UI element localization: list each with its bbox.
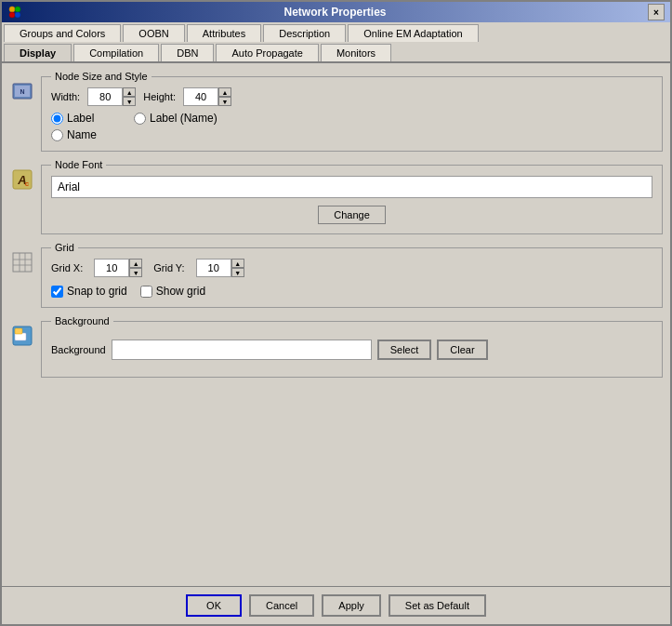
name-radio[interactable] xyxy=(51,129,63,141)
node-size-icon: N xyxy=(9,78,35,104)
left-radio-group: Label Name xyxy=(51,112,97,141)
grid-fieldset: Grid Grid X: ▲ ▼ Grid Y: ▲ xyxy=(41,242,663,308)
cancel-button[interactable]: Cancel xyxy=(249,594,314,617)
tab-description[interactable]: Description xyxy=(263,24,346,42)
gridx-down-button[interactable]: ▼ xyxy=(129,268,142,277)
background-input[interactable] xyxy=(112,340,372,360)
tab-groups-and-colors[interactable]: Groups and Colors xyxy=(4,24,121,42)
node-font-section: A c Node Font Arial Change xyxy=(9,159,663,234)
svg-point-2 xyxy=(9,12,15,18)
height-label: Height: xyxy=(143,91,176,102)
tab-monitors[interactable]: Monitors xyxy=(321,44,391,61)
name-radio-row: Name xyxy=(51,128,97,141)
label-name-radio-label: Label (Name) xyxy=(150,112,217,125)
svg-rect-10 xyxy=(13,253,32,272)
tabs-row-2: Display Compilation DBN Auto Propagate M… xyxy=(2,42,670,63)
node-font-legend: Node Font xyxy=(51,159,106,170)
node-size-fieldset: Node Size and Style Width: ▲ ▼ Height: xyxy=(41,71,663,152)
background-section: Background Background Select Clear xyxy=(9,315,663,378)
gridy-spinners: ▲ ▼ xyxy=(231,259,244,277)
gridx-input-group: ▲ ▼ xyxy=(94,259,142,277)
height-up-button[interactable]: ▲ xyxy=(218,87,231,97)
tab-display[interactable]: Display xyxy=(4,44,72,61)
height-down-button[interactable]: ▼ xyxy=(218,97,231,106)
radio-groups: Label Name Label (Name) xyxy=(51,112,652,141)
svg-point-1 xyxy=(15,7,20,12)
grid-xy-row: Grid X: ▲ ▼ Grid Y: ▲ ▼ xyxy=(51,259,652,277)
tab-online-em-adaptation[interactable]: Online EM Adaptation xyxy=(348,24,478,42)
width-label: Width: xyxy=(51,91,80,102)
svg-text:N: N xyxy=(20,88,24,95)
change-font-button[interactable]: Change xyxy=(318,206,386,224)
width-height-row: Width: ▲ ▼ Height: ▲ ▼ xyxy=(51,87,652,106)
gridx-input[interactable] xyxy=(94,259,129,277)
width-input-group: ▲ ▼ xyxy=(87,87,136,106)
footer: OK Cancel Apply Set as Default xyxy=(2,586,670,624)
show-grid-checkbox[interactable] xyxy=(140,286,152,298)
node-size-section: N Node Size and Style Width: ▲ ▼ Height: xyxy=(9,71,663,152)
label-name-radio-row: Label (Name) xyxy=(134,112,217,125)
label-radio[interactable] xyxy=(51,113,63,125)
gridy-input[interactable] xyxy=(196,259,231,277)
window-title: Network Properties xyxy=(22,6,648,19)
height-input[interactable] xyxy=(183,87,218,106)
height-input-group: ▲ ▼ xyxy=(183,87,231,106)
gridy-label: Grid Y: xyxy=(153,262,184,273)
network-properties-window: Network Properties × Groups and Colors O… xyxy=(0,0,672,626)
background-label: Background xyxy=(51,344,106,355)
gridx-label: Grid X: xyxy=(51,262,83,273)
gridy-up-button[interactable]: ▲ xyxy=(231,259,244,268)
label-radio-row: Label xyxy=(51,112,97,125)
background-legend: Background xyxy=(51,315,113,326)
tabs-row-1: Groups and Colors OOBN Attributes Descri… xyxy=(2,22,670,42)
width-input[interactable] xyxy=(87,87,123,106)
close-button[interactable]: × xyxy=(648,4,665,20)
background-icon xyxy=(9,323,35,349)
show-grid-label: Show grid xyxy=(156,285,205,298)
background-row: Background Select Clear xyxy=(51,332,652,367)
tab-dbn[interactable]: DBN xyxy=(161,44,214,61)
grid-section: Grid Grid X: ▲ ▼ Grid Y: ▲ xyxy=(9,242,663,308)
snap-show-row: Snap to grid Show grid xyxy=(51,285,652,298)
node-size-legend: Node Size and Style xyxy=(51,71,152,82)
svg-text:c: c xyxy=(25,180,30,188)
gridx-up-button[interactable]: ▲ xyxy=(129,259,142,268)
label-name-radio[interactable] xyxy=(134,113,146,125)
select-button[interactable]: Select xyxy=(377,340,432,360)
node-font-icon: A c xyxy=(9,166,35,193)
tab-compilation[interactable]: Compilation xyxy=(73,44,159,61)
tab-oobn[interactable]: OOBN xyxy=(123,24,184,42)
snap-to-grid-checkbox[interactable] xyxy=(51,286,63,298)
width-down-button[interactable]: ▼ xyxy=(123,97,136,106)
right-radio-group: Label (Name) xyxy=(134,112,217,141)
node-font-fieldset: Node Font Arial Change xyxy=(41,159,663,234)
tab-attributes[interactable]: Attributes xyxy=(187,24,261,42)
snap-label: Snap to grid xyxy=(67,285,127,298)
content-area: N Node Size and Style Width: ▲ ▼ Height: xyxy=(2,63,670,586)
grid-icon xyxy=(9,249,35,275)
font-display: Arial xyxy=(51,176,652,198)
ok-button[interactable]: OK xyxy=(186,594,242,617)
tab-auto-propagate[interactable]: Auto Propagate xyxy=(216,44,318,61)
apply-button[interactable]: Apply xyxy=(322,594,381,617)
gridx-spinners: ▲ ▼ xyxy=(129,259,142,277)
svg-rect-17 xyxy=(15,328,22,334)
clear-button[interactable]: Clear xyxy=(437,340,487,360)
gridy-down-button[interactable]: ▼ xyxy=(231,268,244,277)
set-as-default-button[interactable]: Set as Default xyxy=(389,594,486,617)
width-spinners: ▲ ▼ xyxy=(123,87,136,106)
label-radio-label: Label xyxy=(67,112,94,125)
height-spinners: ▲ ▼ xyxy=(218,87,231,106)
svg-point-0 xyxy=(9,7,15,12)
svg-point-3 xyxy=(15,12,20,18)
name-radio-label: Name xyxy=(67,128,97,141)
background-fieldset: Background Background Select Clear xyxy=(41,315,663,378)
gridy-input-group: ▲ ▼ xyxy=(196,259,244,277)
grid-legend: Grid xyxy=(51,242,78,253)
title-bar: Network Properties × xyxy=(2,2,670,22)
width-up-button[interactable]: ▲ xyxy=(123,87,136,97)
app-icon xyxy=(7,5,22,20)
